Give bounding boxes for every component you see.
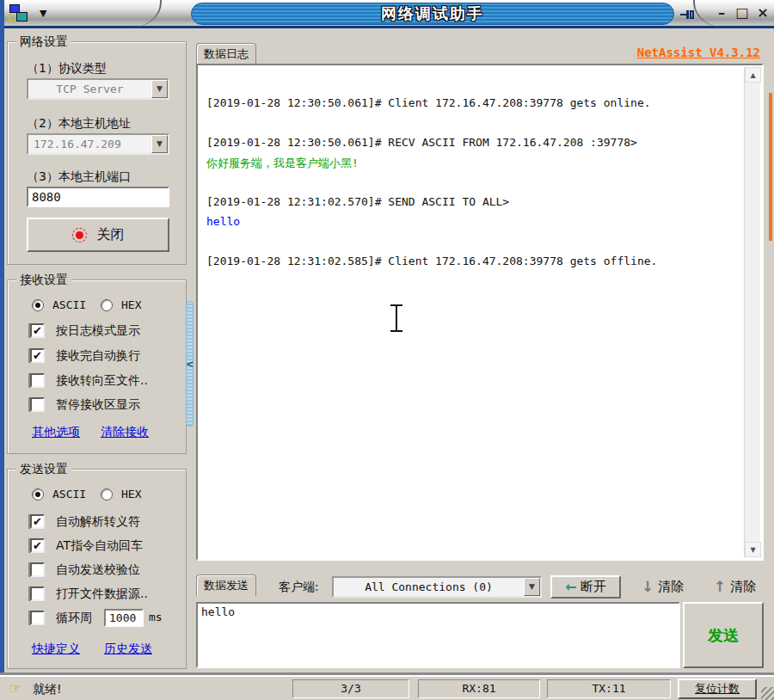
send-button[interactable]: 发送 (683, 602, 764, 668)
titlebar-curve-left (110, 0, 162, 28)
group-title: 发送设置 (16, 462, 71, 477)
red-indicator-icon (72, 228, 87, 243)
title-bar: ▼ 网络调试助手 – □ × (0, 0, 774, 28)
checkbox-icon[interactable]: ✔ (30, 348, 45, 363)
reset-count-button[interactable]: 复位计数 (678, 679, 757, 699)
edge-highlight-stripe (769, 93, 772, 241)
maximize-button[interactable]: □ (733, 3, 752, 22)
log-line: [2019-01-28 12:31:02.585]# Client 172.16… (206, 255, 740, 274)
log-line (206, 175, 740, 195)
receive-option-log-mode[interactable]: ✔ 按日志模式显示 (8, 322, 186, 342)
receive-radio-ascii-label: ASCII (52, 298, 86, 311)
host-value: 172.16.47.209 (28, 135, 151, 153)
network-node-icon (16, 12, 28, 21)
chevron-down-icon[interactable]: ▼ (151, 135, 168, 153)
link-history-send[interactable]: 历史发送 (104, 642, 152, 657)
chevron-down-icon[interactable]: ▼ (524, 578, 540, 596)
port-label: （3）本地主机端口 (27, 169, 131, 185)
log-line (206, 235, 740, 255)
connections-value: All Connections (0) (334, 578, 524, 596)
chevron-down-icon[interactable]: ▼ (151, 80, 168, 98)
link-quick-define[interactable]: 快捷定义 (32, 642, 80, 657)
group-send-settings: 发送设置 ASCII HEX ✔ 自动解析转义符 ✔ AT指令自动回车 ✔ 自动… (7, 469, 187, 669)
down-arrow-icon: ↓ (642, 578, 654, 595)
send-option-file-source[interactable]: ✔ 打开文件数据源.. (8, 585, 186, 605)
network-link-icon (9, 14, 15, 21)
checkbox-icon[interactable]: ✔ (30, 538, 45, 553)
connections-combo[interactable]: All Connections (0) ▼ (332, 576, 542, 598)
send-option-at-cr[interactable]: ✔ AT指令自动回车 (8, 537, 186, 557)
receive-option-redirect-file[interactable]: ✔ 接收转向至文件.. (8, 371, 186, 392)
receive-radio-hex[interactable] (101, 299, 113, 311)
send-option-parse-escape[interactable]: ✔ 自动解析转义符 (8, 513, 186, 533)
send-textarea[interactable]: hello (198, 604, 679, 666)
app-icon[interactable] (8, 4, 30, 24)
checkbox-icon[interactable]: ✔ (30, 323, 45, 338)
minimize-button[interactable]: – (712, 3, 731, 22)
connection-count-panel: 3/3 (292, 679, 409, 698)
link-other-options[interactable]: 其他选项 (32, 425, 80, 440)
host-label: （2）本地主机地址 (27, 116, 131, 132)
status-ready-text: 就绪! (33, 682, 62, 697)
cycle-unit-label: ms (149, 611, 163, 623)
receive-radio-ascii[interactable] (32, 299, 44, 311)
tab-data-send[interactable]: 数据发送 (196, 574, 256, 596)
checkbox-icon[interactable]: ✔ (30, 373, 45, 388)
resize-grip[interactable] (761, 687, 774, 700)
tab-data-log[interactable]: 数据日志 (196, 43, 256, 64)
send-input-box: hello (196, 602, 680, 668)
sidebar-splitter[interactable]: < (186, 301, 194, 427)
send-radio-hex[interactable] (101, 488, 113, 500)
checkbox-icon[interactable]: ✔ (30, 397, 45, 412)
status-bar: ☞ 就绪! 3/3 RX:81 TX:11 复位计数 (0, 675, 774, 700)
tx-counter-panel: TX:11 (547, 679, 671, 698)
close-connection-button[interactable]: 关闭 (27, 218, 169, 252)
receive-option-pause-display[interactable]: ✔ 暂停接收区显示 (8, 396, 186, 416)
cycle-period-input[interactable] (104, 609, 144, 627)
disconnect-button[interactable]: ← 断开 (550, 575, 621, 599)
scroll-up-icon[interactable]: ▲ (745, 67, 761, 83)
left-arrow-icon: ← (565, 579, 576, 595)
checkbox-icon[interactable]: ✔ (30, 562, 45, 577)
checkbox-icon[interactable]: ✔ (30, 586, 45, 601)
up-arrow-icon: ↑ (714, 578, 726, 595)
close-button[interactable]: × (753, 3, 772, 22)
log-scrollbar[interactable]: ▲ ▼ (744, 67, 760, 557)
send-radio-hex-label: HEX (121, 488, 141, 500)
log-area[interactable]: [2019-01-28 12:30:50.061]# Client 172.16… (196, 64, 764, 561)
rx-counter-panel: RX:81 (418, 679, 540, 698)
text-cursor-icon (389, 303, 404, 334)
log-line: [2019-01-28 12:31:02.570]# SEND ASCII TO… (206, 195, 740, 215)
window-left-border (0, 0, 4, 672)
app-menu-arrow-icon[interactable]: ▼ (40, 8, 46, 19)
disconnect-label: 断开 (580, 579, 606, 595)
clear-log-button[interactable]: ↑ 清除 (714, 578, 756, 595)
port-input[interactable] (27, 187, 169, 207)
log-line: [2019-01-28 12:30:50.061]# Client 172.16… (206, 96, 740, 116)
group-title: 接收设置 (16, 273, 71, 288)
window-title: 网络调试助手 (381, 3, 484, 24)
close-connection-label: 关闭 (97, 226, 125, 244)
clear-log-label: 清除 (730, 579, 756, 595)
group-network-settings: 网络设置 （1）协议类型 TCP Server ▼ （2）本地主机地址 172.… (7, 41, 187, 265)
send-radio-ascii-label: ASCII (52, 488, 86, 500)
host-combo[interactable]: 172.16.47.209 ▼ (27, 133, 169, 155)
receive-radio-hex-label: HEX (121, 298, 141, 311)
send-radio-ascii[interactable] (32, 488, 44, 500)
pin-icon[interactable] (679, 7, 697, 26)
send-option-auto-checksum[interactable]: ✔ 自动发送校验位 (8, 561, 186, 581)
clear-send-button[interactable]: ↓ 清除 (642, 578, 684, 595)
checkbox-icon[interactable]: ✔ (30, 611, 45, 625)
log-text: [2019-01-28 12:30:50.061]# Client 172.16… (200, 67, 743, 557)
collapse-arrow-icon[interactable]: < (186, 359, 194, 370)
title-pill: 网络调试助手 (191, 3, 674, 25)
pointing-hand-icon: ☞ (9, 679, 22, 697)
protocol-combo[interactable]: TCP Server ▼ (27, 78, 169, 100)
checkbox-icon[interactable]: ✔ (30, 514, 45, 529)
receive-option-auto-newline[interactable]: ✔ 接收完自动换行 (8, 347, 186, 367)
send-option-cycle[interactable]: ✔ 循环周 ms (8, 609, 186, 629)
scroll-down-icon[interactable]: ▼ (745, 542, 761, 557)
client-label: 客户端: (279, 580, 319, 595)
link-clear-receive[interactable]: 清除接收 (101, 425, 149, 440)
version-link[interactable]: NetAssist V4.3.12 (637, 46, 760, 59)
